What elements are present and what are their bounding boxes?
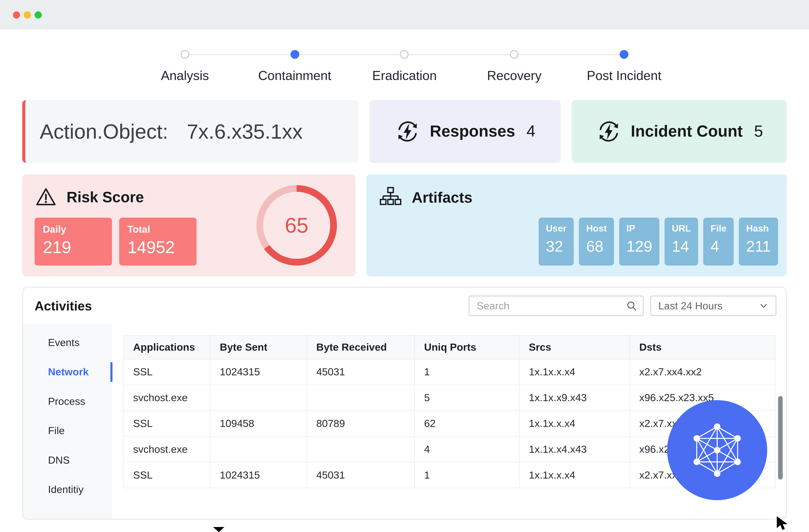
artifact-label: Hash [746, 223, 771, 234]
tab-identity[interactable]: Identitiy [23, 475, 112, 504]
cursor-artifact [213, 527, 224, 532]
artifacts-card: Artifacts User 32 Host 68 IP 129 URL 14 [366, 174, 787, 276]
artifact-value: 211 [746, 238, 771, 255]
cell-byte-sent [210, 437, 307, 462]
cell-srcs: 1x.1x.x4.x43 [519, 437, 630, 462]
risk-gauge-value: 65 [285, 213, 309, 237]
artifact-badge-ip: IP 129 [619, 217, 659, 265]
risk-daily-value: 219 [43, 238, 104, 257]
refresh-bolt-icon [596, 119, 621, 144]
step-label: Containment [258, 68, 331, 83]
artifact-badge-file: File 4 [703, 217, 734, 265]
cell-srcs: 1x.1x.x.x4 [519, 359, 630, 385]
cell-dsts: x2.x7.xx4.xx2 [630, 359, 775, 385]
cell-byte-received [307, 437, 415, 462]
cell-uniq-ports: 1 [415, 462, 519, 488]
artifact-badge-user: User 32 [538, 217, 574, 265]
tab-file[interactable]: File [23, 416, 112, 445]
artifact-label: File [710, 223, 726, 234]
artifact-value: 68 [586, 238, 607, 255]
responses-card: Responses 4 [369, 100, 561, 163]
vertical-scrollbar-thumb[interactable] [778, 396, 782, 479]
tab-events[interactable]: Events [23, 328, 112, 357]
activities-panel: Activities Last 24 Hours [22, 287, 787, 520]
activities-sidebar: Events Network Process File DNS Identiti… [23, 324, 112, 519]
cell-byte-received: 45031 [307, 359, 415, 385]
search-input[interactable] [469, 300, 620, 312]
risk-total-value: 14952 [127, 238, 188, 257]
step-analysis[interactable]: Analysis [130, 50, 240, 83]
cell-byte-sent: 109458 [210, 411, 307, 437]
sitemap-icon [379, 185, 402, 209]
cell-srcs: 1x.1x.x.x4 [519, 462, 630, 488]
summary-cards-row: Action.Object: 7x.6.x35.1xx Responses 4 [0, 100, 809, 163]
artifact-badge-host: Host 68 [579, 217, 614, 265]
artifact-badge-url: URL 14 [665, 217, 698, 265]
tab-label: Identitiy [48, 484, 84, 496]
search-icon [626, 300, 637, 312]
risk-total-badge: Total 14952 [119, 217, 196, 265]
cell-byte-sent: 1024315 [210, 462, 307, 488]
step-recovery[interactable]: Recovery [460, 50, 569, 83]
risk-score-card: Risk Score Daily 219 Total 14952 65 [22, 174, 356, 276]
cell-byte-sent [210, 385, 307, 411]
cell-byte-received: 45031 [307, 462, 415, 488]
step-label: Post Incident [587, 68, 661, 83]
traffic-light-zoom[interactable] [34, 11, 42, 18]
step-label: Recovery [487, 68, 541, 83]
incident-count-label: Incident Count [631, 122, 743, 141]
tab-label: File [48, 425, 65, 437]
table-row[interactable]: SSL 1024315 45031 1 1x.1x.x.x4 x2.x7.xx4… [124, 359, 775, 385]
risk-total-label: Total [127, 224, 188, 235]
cell-application: svchost.exe [124, 437, 210, 462]
traffic-light-minimize[interactable] [24, 11, 31, 18]
artifact-label: Host [586, 223, 607, 234]
risk-score-title: Risk Score [67, 189, 144, 205]
refresh-bolt-icon [395, 119, 420, 144]
step-dot [400, 50, 409, 59]
warning-triangle-icon [34, 185, 57, 208]
step-label: Analysis [161, 68, 209, 83]
step-dot [180, 50, 189, 59]
action-object-label: Action.Object: [40, 120, 168, 143]
tab-network[interactable]: Network [23, 357, 112, 387]
artifact-value: 129 [626, 238, 652, 255]
cell-srcs: 1x.1x.x.x4 [519, 411, 630, 437]
tab-label: DNS [48, 454, 70, 466]
cell-byte-received: 80789 [307, 411, 415, 437]
time-filter-value: Last 24 Hours [658, 300, 723, 312]
chevron-down-icon [759, 301, 768, 311]
step-post-incident[interactable]: Post Incident [569, 50, 679, 83]
risk-gauge-hole: 65 [263, 192, 330, 259]
mid-row: Risk Score Daily 219 Total 14952 65 [0, 174, 809, 276]
artifacts-title: Artifacts [412, 189, 472, 206]
tab-label: Process [48, 395, 85, 407]
incident-dashboard: Analysis Containment Eradication Recover… [0, 0, 809, 532]
artifact-label: User [546, 223, 567, 234]
cell-application: svchost.exe [124, 385, 210, 411]
network-graph-overlay[interactable] [667, 400, 767, 500]
step-eradication[interactable]: Eradication [349, 50, 459, 83]
col-byte-sent: Byte Sent [210, 336, 307, 359]
step-dot [290, 50, 299, 59]
tab-process[interactable]: Process [23, 387, 112, 416]
responses-label: Responses [430, 122, 515, 141]
table-header-row: Applications Byte Sent Byte Received Uni… [124, 336, 775, 359]
cell-application: SSL [124, 462, 210, 488]
artifact-value: 32 [546, 238, 567, 255]
col-uniq-ports: Uniq Ports [415, 336, 519, 359]
tab-dns[interactable]: DNS [23, 446, 112, 475]
table-row[interactable]: svchost.exe 5 1x.1x.x9.x43 x96.x25.x23.x… [124, 385, 775, 411]
tab-label: Network [48, 366, 89, 378]
step-containment[interactable]: Containment [240, 50, 349, 83]
incident-count-value: 5 [754, 122, 763, 141]
cell-uniq-ports: 1 [415, 359, 519, 385]
traffic-light-close[interactable] [13, 11, 20, 18]
step-label: Eradication [372, 68, 437, 83]
responses-value: 4 [527, 122, 535, 141]
search-box [468, 296, 644, 316]
action-object-card: Action.Object: 7x.6.x35.1xx [22, 100, 358, 163]
step-dot [510, 50, 519, 59]
time-filter-dropdown[interactable]: Last 24 Hours [650, 296, 776, 316]
search-button[interactable] [620, 297, 643, 315]
